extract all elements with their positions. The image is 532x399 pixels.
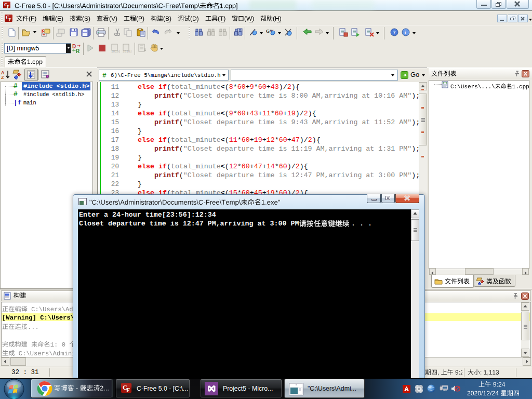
svg-text:10101: 10101 <box>123 50 131 53</box>
svg-text:10101: 10101 <box>111 50 120 53</box>
svg-text:i: i <box>405 30 406 35</box>
svg-text:?: ? <box>393 30 396 35</box>
svg-text:R: R <box>76 48 80 53</box>
svg-text:F: F <box>126 387 130 393</box>
svg-text:Z: Z <box>1 75 4 80</box>
svg-text:F: F <box>8 17 11 22</box>
svg-text:F: F <box>7 5 9 9</box>
